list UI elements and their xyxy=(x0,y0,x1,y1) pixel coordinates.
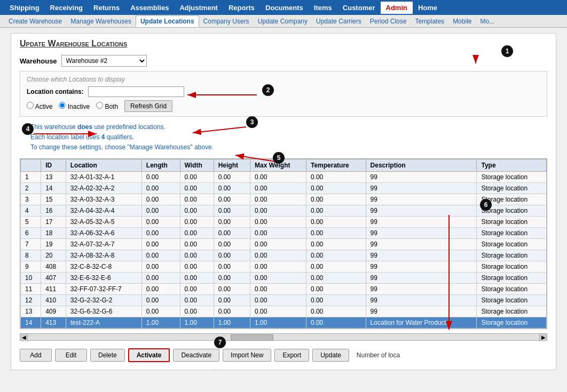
cell-location: 32-A-08-32-A-8 xyxy=(66,250,141,261)
table-row[interactable]: 1 13 32-A-01-32-A-1 0.00 0.00 0.00 0.00 … xyxy=(21,171,547,182)
cell-location: 32-A-07-32-A-7 xyxy=(66,238,141,250)
cell-temperature: 0.00 xyxy=(306,261,366,272)
location-contains-label: Location contains: xyxy=(27,88,84,95)
cell-maxweight: 0.00 xyxy=(250,216,306,227)
table-row[interactable]: 13 409 32-G-6-32-G-6 0.00 0.00 0.00 0.00… xyxy=(21,306,547,317)
nav-customer[interactable]: Customer xyxy=(337,2,381,14)
nav-shipping[interactable]: Shipping xyxy=(4,2,45,14)
cell-type: Storage location xyxy=(477,283,547,294)
nav-assemblies[interactable]: Assemblies xyxy=(125,2,174,14)
export-button[interactable]: Export xyxy=(274,349,309,362)
table-row[interactable]: 7 19 32-A-07-32-A-7 0.00 0.00 0.00 0.00 … xyxy=(21,238,547,250)
table-row[interactable]: 6 18 32-A-06-32-A-6 0.00 0.00 0.00 0.00 … xyxy=(21,227,547,238)
nav-documents[interactable]: Documents xyxy=(260,2,309,14)
nav-adjustment[interactable]: Adjustment xyxy=(174,2,223,14)
location-contains-input[interactable] xyxy=(88,86,184,97)
scroll-thumb[interactable] xyxy=(231,334,273,341)
subnav-more[interactable]: Mo... xyxy=(476,16,499,27)
cell-length: 0.00 xyxy=(141,182,180,194)
subnav-company-users[interactable]: Company Users xyxy=(199,16,254,27)
delete-button[interactable]: Delete xyxy=(90,349,125,362)
col-height: Height xyxy=(214,159,250,171)
radio-both-label[interactable]: Both xyxy=(96,102,118,110)
subnav-update-company[interactable]: Update Company xyxy=(254,16,312,27)
cell-height: 0.00 xyxy=(214,171,250,182)
cell-height: 0.00 xyxy=(214,283,250,294)
cell-description: 99 xyxy=(366,227,477,238)
scroll-right-arrow[interactable]: ▶ xyxy=(539,334,547,341)
cell-rownum: 1 xyxy=(21,171,41,182)
subnav-manage-warehouses[interactable]: Manage Warehouses xyxy=(66,16,136,27)
nav-items[interactable]: Items xyxy=(309,2,337,14)
cell-length: 0.00 xyxy=(141,294,180,306)
scroll-left-arrow[interactable]: ◀ xyxy=(20,334,28,341)
table-row[interactable]: 10 407 32-E-6-32-E-6 0.00 0.00 0.00 0.00… xyxy=(21,272,547,283)
table-row[interactable]: 8 20 32-A-08-32-A-8 0.00 0.00 0.00 0.00 … xyxy=(21,250,547,261)
nav-returns[interactable]: Returns xyxy=(88,2,125,14)
col-width: Width xyxy=(180,159,214,171)
cell-rownum: 12 xyxy=(21,294,41,306)
subnav-create-warehouse[interactable]: Create Warehouse xyxy=(4,16,66,27)
cell-length: 0.00 xyxy=(141,238,180,250)
radio-both[interactable] xyxy=(96,102,103,109)
subnav-update-locations[interactable]: Update Locations xyxy=(136,15,199,27)
cell-id: 411 xyxy=(41,283,66,294)
nav-reports[interactable]: Reports xyxy=(223,2,260,14)
radio-active-label[interactable]: Active xyxy=(27,102,52,110)
cell-rownum: 11 xyxy=(21,283,41,294)
subnav-period-close[interactable]: Period Close xyxy=(366,16,411,27)
table-row[interactable]: 12 410 32-G-2-32-G-2 0.00 0.00 0.00 0.00… xyxy=(21,294,547,306)
cell-width: 0.00 xyxy=(180,261,214,272)
cell-height: 0.00 xyxy=(214,227,250,238)
cell-rownum: 6 xyxy=(21,227,41,238)
cell-temperature: 0.00 xyxy=(306,227,366,238)
cell-id: 15 xyxy=(41,194,66,205)
warehouse-select[interactable]: Warehouse #2 xyxy=(61,55,147,67)
cell-rownum: 7 xyxy=(21,238,41,250)
table-body: 1 13 32-A-01-32-A-1 0.00 0.00 0.00 0.00 … xyxy=(21,171,547,328)
update-button[interactable]: Update xyxy=(312,349,349,362)
col-length: Length xyxy=(141,159,180,171)
cell-type: Storage location xyxy=(477,250,547,261)
nav-home[interactable]: Home xyxy=(413,2,443,14)
num-locations-label: Number of loca xyxy=(357,351,400,359)
import-new-button[interactable]: Import New xyxy=(223,349,271,362)
deactivate-button[interactable]: Deactivate xyxy=(173,349,219,362)
refresh-grid-button[interactable]: Refresh Grid xyxy=(124,100,172,112)
cell-maxweight: 1.00 xyxy=(250,317,306,328)
cell-rownum: 9 xyxy=(21,261,41,272)
table-row[interactable]: 9 408 32-C-8-32-C-8 0.00 0.00 0.00 0.00 … xyxy=(21,261,547,272)
cell-maxweight: 0.00 xyxy=(250,205,306,216)
data-table-wrapper: ID Location Length Width Height Max Weig… xyxy=(20,158,547,329)
horizontal-scrollbar[interactable]: ◀ ▶ xyxy=(20,333,547,341)
cell-id: 14 xyxy=(41,182,66,194)
subnav-mobile[interactable]: Mobile xyxy=(448,16,476,27)
table-row[interactable]: 14 413 test-222-A 1.00 1.00 1.00 1.00 0.… xyxy=(21,317,547,328)
table-row[interactable]: 5 17 32-A-05-32-A-5 0.00 0.00 0.00 0.00 … xyxy=(21,216,547,227)
radio-inactive[interactable] xyxy=(59,102,66,109)
table-row[interactable]: 11 411 32-FF-07-32-FF-7 0.00 0.00 0.00 0… xyxy=(21,283,547,294)
cell-location: 32-E-6-32-E-6 xyxy=(66,272,141,283)
table-row[interactable]: 4 16 32-A-04-32-A-4 0.00 0.00 0.00 0.00 … xyxy=(21,205,547,216)
info-line-2: Each location label uses 4 qualifiers. xyxy=(30,132,547,142)
radio-inactive-label[interactable]: Inactive xyxy=(59,102,90,110)
cell-location: 32-A-02-32-A-2 xyxy=(66,182,141,194)
bottom-buttons: Add Edit Delete Activate Deactivate Impo… xyxy=(20,346,547,364)
cell-height: 0.00 xyxy=(214,250,250,261)
edit-button[interactable]: Edit xyxy=(55,349,87,362)
radio-active[interactable] xyxy=(27,102,34,109)
table-row[interactable]: 2 14 32-A-02-32-A-2 0.00 0.00 0.00 0.00 … xyxy=(21,182,547,194)
cell-location: 32-G-6-32-G-6 xyxy=(66,306,141,317)
col-maxweight: Max Weight xyxy=(250,159,306,171)
subnav-templates[interactable]: Templates xyxy=(411,16,448,27)
activate-button[interactable]: Activate xyxy=(128,348,170,362)
nav-admin[interactable]: Admin xyxy=(381,2,413,14)
subnav-update-carriers[interactable]: Update Carriers xyxy=(312,16,366,27)
table-row[interactable]: 3 15 32-A-03-32-A-3 0.00 0.00 0.00 0.00 … xyxy=(21,194,547,205)
cell-location: 32-A-06-32-A-6 xyxy=(66,227,141,238)
status-radio-row: Active Inactive Both Refresh Grid xyxy=(27,100,540,112)
cell-maxweight: 0.00 xyxy=(250,306,306,317)
filter-title: Choose which Locations to display xyxy=(27,76,540,83)
nav-receiving[interactable]: Receiving xyxy=(45,2,88,14)
add-button[interactable]: Add xyxy=(20,349,52,362)
